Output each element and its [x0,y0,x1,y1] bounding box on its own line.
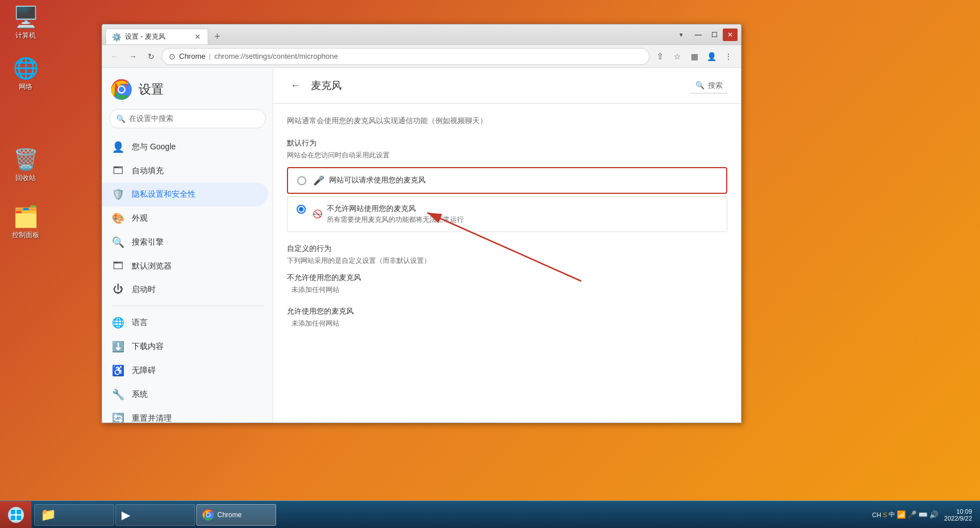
access-icon: ♿ [111,364,125,377]
sidebar-item-appearance[interactable]: 🎨 外观 [102,206,268,230]
back-button[interactable]: ← [107,48,123,64]
sidebar-label-reset: 重置并清理 [132,413,172,423]
browser-window: ⚙️ 设置 - 麦克风 ✕ + ▾ — ☐ ✕ ← → ↻ ⊙ Chrome |… [102,24,742,423]
tab-area: ⚙️ 设置 - 麦克风 ✕ + [102,25,671,44]
sidebar-search[interactable]: 🔍 在设置中搜索 [109,109,266,128]
sidebar-search-icon: 🔍 [116,115,125,123]
sidebar-label-autofill: 自动填充 [132,166,164,176]
active-tab[interactable]: ⚙️ 设置 - 麦克风 ✕ [106,29,208,44]
sidebar-search-placeholder: 在设置中搜索 [129,113,173,124]
settings-header: ← 麦克风 🔍 搜索 [273,68,741,104]
extension-button[interactable]: ▦ [686,48,702,64]
lang-icon: 🌐 [111,316,125,329]
tab-favicon: ⚙️ [112,33,122,42]
address-text: chrome://settings/content/microphone [214,52,338,60]
allow-mic-radio[interactable] [297,176,306,185]
new-tab-button[interactable]: + [209,29,225,44]
nav-right-buttons: ⇧ ☆ ▦ 👤 ⋮ [652,48,736,64]
sidebar-label-appearance: 外观 [132,213,148,224]
sidebar-label-download: 下载内容 [132,342,164,352]
sidebar-title: 设置 [139,81,164,98]
forward-button[interactable]: → [125,48,141,64]
svg-rect-5 [11,510,15,514]
taskbar-right: CH S 中 📶 🎤 ⌨️ 🔊 10:09 2022/9/22 [868,501,980,528]
recycle-icon-label: 回收站 [15,173,36,183]
address-bar[interactable]: ⊙ Chrome | chrome://settings/content/mic… [161,48,650,65]
deny-mic-radio[interactable] [297,205,306,214]
desktop-icon-network[interactable]: 🌐 网络 [6,57,46,92]
svg-rect-7 [11,515,15,520]
no-allow-label: 不允许使用您的麦克风 [287,273,727,283]
taskbar-files-button[interactable]: 📁 [34,504,114,526]
lang-indicator: CH [872,511,881,518]
nav-bar: ← → ↻ ⊙ Chrome | chrome://settings/conte… [102,45,741,68]
computer-icon: 🖥️ [14,6,37,29]
network-tray-icon: 📶 [897,510,906,519]
sidebar-item-autofill[interactable]: 🗔 自动填充 [102,159,268,182]
deny-mic-subtext: 所有需要使用麦克风的功能都将无法正常运行 [327,215,464,225]
settings-page-search[interactable]: 🔍 搜索 [691,78,727,94]
menu-button[interactable]: ⋮ [720,48,736,64]
sidebar-item-access[interactable]: ♿ 无障碍 [102,359,268,383]
sidebar-item-privacy[interactable]: 🛡️ 隐私设置和安全性 [102,182,268,206]
close-button[interactable]: ✕ [723,29,738,41]
allow-mic-text: 网站可以请求使用您的麦克风 [329,175,426,185]
keyboard-tray-icon: ⌨️ [918,510,928,519]
chrome-logo [111,79,132,100]
sidebar-label-privacy: 隐私设置和安全性 [132,189,196,200]
allow-empty: 未添加任何网站 [287,319,727,328]
share-button[interactable]: ⇧ [652,48,668,64]
maximize-button[interactable]: ☐ [707,29,722,41]
files-taskbar-icon: 📁 [41,507,56,522]
sound-tray-icon: 🔊 [929,510,938,519]
window-controls: — ☐ ✕ [691,29,741,41]
desktop-icon-control[interactable]: 🗂️ 控制面板 [6,205,46,240]
sidebar-item-lang[interactable]: 🌐 语言 [102,311,268,335]
taskbar-items: 📁 ▶ Chrome [32,501,868,528]
taskbar-media-button[interactable]: ▶ [115,504,195,526]
sidebar-item-profile[interactable]: 👤 您与 Google [102,135,268,159]
deny-mic-content: 🚫 不允许网站使用您的麦克风 所有需要使用麦克风的功能都将无法正常运行 [313,204,718,225]
mic-tray-icon: 🎤 [908,510,917,519]
desktop-icon-recycle[interactable]: 🗑️ 回收站 [6,148,46,183]
desktop-icon-computer[interactable]: 🖥️ 计算机 [6,6,46,40]
bookmark-button[interactable]: ☆ [669,48,685,64]
allow-mic-icon: 🎤 [313,175,325,186]
sidebar-item-download[interactable]: ⬇️ 下载内容 [102,335,268,359]
allow-mic-content: 🎤 网站可以请求使用您的麦克风 [313,175,717,186]
sidebar-item-system[interactable]: 🔧 系统 [102,383,268,407]
profile-icon: 👤 [111,141,125,153]
svg-point-2 [119,87,124,92]
tab-close-button[interactable]: ✕ [193,33,202,42]
deny-mic-text: 不允许网站使用您的麦克风 [327,204,464,214]
settings-page-title: 麦克风 [311,79,684,92]
tab-dropdown-button[interactable]: ▾ [674,29,689,41]
sidebar-header: 设置 [102,72,273,109]
deny-mic-icon: 🚫 [313,209,322,218]
taskbar-chrome-button[interactable]: Chrome [196,504,276,526]
minimize-button[interactable]: — [691,29,706,41]
site-secure-icon: ⊙ [169,52,176,61]
settings-back-button[interactable]: ← [287,77,304,94]
sidebar-item-startup[interactable]: ⏻ 启动时 [102,278,268,301]
main-content: ← 麦克风 🔍 搜索 网站通常会使用您的麦克风以实现通信功能（例如视频聊天） 默… [273,68,741,423]
tab-title: 设置 - 麦克风 [125,32,189,42]
settings-body: 网站通常会使用您的麦克风以实现通信功能（例如视频聊天） 默认行为 网站会在您访问… [273,104,741,340]
start-button[interactable] [0,501,32,529]
computer-icon-label: 计算机 [15,31,36,40]
reload-button[interactable]: ↻ [143,48,159,64]
profile-button[interactable]: 👤 [703,48,719,64]
sidebar-item-reset[interactable]: 🔄 重置并清理 [102,407,268,423]
allow-mic-option[interactable]: 🎤 网站可以请求使用您的麦克风 [287,167,727,194]
no-allow-empty: 未添加任何网站 [287,285,727,295]
settings-description: 网站通常会使用您的麦克风以实现通信功能（例如视频聊天） [287,115,727,127]
recycle-icon: 🗑️ [14,148,37,171]
sidebar-item-search[interactable]: 🔍 搜索引擎 [102,230,268,254]
media-taskbar-icon: ▶ [122,508,130,522]
taskbar: 📁 ▶ Chrome CH S 中 📶 🎤 ⌨️ 🔊 [0,501,980,528]
settings-sidebar: 设置 🔍 在设置中搜索 👤 您与 Google 🗔 自动填充 🛡️ 隐私设置和安… [102,68,273,423]
svg-rect-8 [17,515,21,520]
deny-mic-option[interactable]: 🚫 不允许网站使用您的麦克风 所有需要使用麦克风的功能都将无法正常运行 [287,196,727,232]
reset-icon: 🔄 [111,412,125,423]
sidebar-item-browser[interactable]: 🗔 默认浏览器 [102,254,268,278]
